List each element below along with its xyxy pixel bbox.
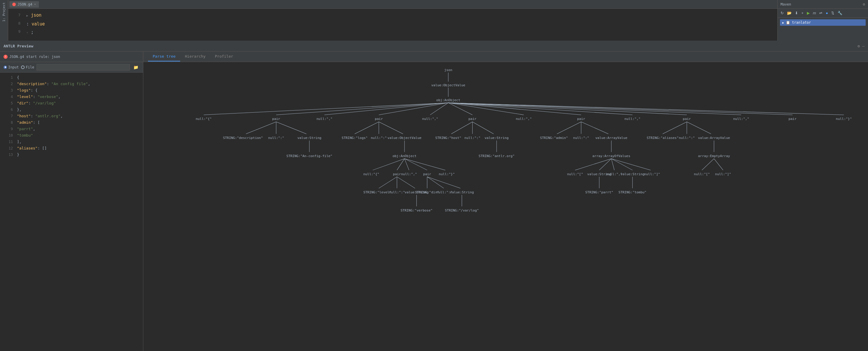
code-editor[interactable]: 1 { 2 "description": "An config file", 3… — [0, 72, 143, 351]
editor-main: JSON.g4 × 7 8 9 ▶ json : valu — [8, 0, 777, 41]
svg-line-102 — [427, 177, 444, 188]
svg-text:json: json — [444, 68, 452, 72]
ln-6: 6 — [2, 106, 13, 113]
maven-panel: Maven ⚙ ↻ 📂 ⬇ + ▶ m ⇌ ● ⇅ 🔧 ▶ 📋 tranlato… — [777, 0, 868, 41]
svg-text:pair: pair — [393, 172, 401, 176]
svg-text:null:"[": null:"[" — [694, 172, 710, 176]
line-numbers-top: 7 8 9 — [8, 9, 23, 41]
code-text-2: "description": "An config file", — [17, 81, 90, 87]
code-line-13: 13 } — [0, 152, 143, 158]
code-line-7b: 7 "host": "antlr.org", — [0, 113, 143, 119]
maven-tree-item[interactable]: ▶ 📋 tranlator — [780, 19, 866, 26]
editor-tab-bar: JSON.g4 × — [8, 0, 777, 9]
ln-2: 2 — [2, 81, 13, 87]
input-radio-label[interactable]: Input — [3, 65, 19, 69]
tab-hierarchy[interactable]: Hierarchy — [180, 52, 210, 61]
start-rule-error-icon: ! — [3, 55, 8, 59]
svg-text:STRING:"parrt": STRING:"parrt" — [585, 190, 613, 194]
svg-text:value:ObjectValue: value:ObjectValue — [388, 136, 422, 140]
start-rule-label: JSON.g4 start rule: json — [9, 55, 60, 59]
maven-folder-btn[interactable]: 📂 — [786, 10, 793, 16]
maven-gear-icon[interactable]: ⚙ — [863, 2, 865, 6]
code-text-12: "aliases": [] — [17, 145, 47, 152]
ln-11: 11 — [2, 139, 13, 145]
svg-text:value:ObjectValue: value:ObjectValue — [431, 83, 465, 87]
code-line-6: 6 }, — [0, 106, 143, 113]
code-line-4: 4 "level": "verbose", — [0, 94, 143, 100]
svg-line-103 — [427, 177, 461, 188]
maven-add-btn[interactable]: + — [800, 10, 805, 16]
ln-4: 4 — [2, 94, 13, 100]
svg-line-15 — [448, 103, 741, 115]
maven-toolbar: ↻ 📂 ⬇ + ▶ m ⇌ ● ⇅ 🔧 — [778, 9, 868, 18]
code-text-1: { — [17, 74, 19, 81]
file-path-input[interactable] — [36, 64, 130, 70]
svg-text:STRING:"tombu": STRING:"tombu" — [619, 190, 647, 194]
svg-text:null:",": null:"," — [733, 117, 749, 121]
editor-content: 7 8 9 ▶ json : value ▿ ; — [8, 9, 777, 41]
project-label[interactable]: 1: Project — [1, 0, 6, 24]
maven-sync-btn[interactable]: ⇌ — [818, 10, 824, 16]
svg-line-7 — [324, 103, 448, 115]
maven-circle-btn[interactable]: ● — [825, 10, 829, 16]
tab-profiler[interactable]: Profiler — [210, 52, 238, 61]
svg-line-91 — [702, 159, 714, 170]
folder-browse-btn[interactable]: 📁 — [132, 65, 140, 70]
code-line-7: ▶ json — [26, 11, 774, 20]
code-line-9b: 9 "parrt", — [0, 126, 143, 132]
code-text-6: }, — [17, 106, 22, 113]
parse-tree-area[interactable]: .pt-node { font-size:11px; fill:#a9b7c6;… — [143, 62, 868, 351]
maven-project-icon: 📋 — [786, 21, 790, 25]
svg-text:null:":": null:":" — [371, 136, 387, 140]
svg-text:null:",": null:"," — [316, 117, 333, 121]
antlr-header: ANTLR Preview ⚙ – — [0, 41, 868, 52]
antlr-title: ANTLR Preview — [3, 44, 33, 48]
code-area-top[interactable]: ▶ json : value ▿ ; — [23, 9, 777, 41]
svg-text:pair: pair — [375, 117, 383, 121]
svg-text:STRING:"description": STRING:"description" — [223, 136, 263, 140]
maven-title: Maven — [780, 2, 791, 6]
svg-line-74 — [404, 159, 427, 170]
maven-refresh-btn[interactable]: ↻ — [779, 10, 785, 16]
antlr-minimize-icon[interactable]: – — [862, 44, 865, 48]
svg-line-51 — [581, 122, 608, 134]
tabs-bar: Parse tree Hierarchy Profiler — [143, 52, 868, 62]
code-line-8b: 8 "admin": [ — [0, 119, 143, 126]
svg-text:array:ArrayOfValues: array:ArrayOfValues — [592, 154, 630, 158]
svg-text:STRING:"logs": STRING:"logs" — [342, 136, 368, 140]
maven-run-btn[interactable]: ▶ — [806, 10, 811, 16]
bracket-icon-7: ▶ — [26, 14, 28, 18]
editor-tab-close[interactable]: × — [34, 2, 36, 6]
svg-line-84 — [611, 159, 632, 170]
svg-text:value:ArrayValue: value:ArrayValue — [595, 136, 627, 140]
file-radio-label[interactable]: File — [21, 65, 34, 69]
svg-text:null:"]": null:"]" — [644, 172, 660, 176]
svg-text:STRING:"An-config-file": STRING:"An-config-file" — [286, 154, 332, 158]
svg-text:STRING:"admin": STRING:"admin" — [540, 136, 568, 140]
svg-line-49 — [557, 122, 581, 134]
maven-tree-item-label: tranlator — [792, 21, 811, 25]
code-line-9: ▿ ; — [26, 28, 774, 37]
svg-line-95 — [379, 177, 397, 188]
right-panel: Parse tree Hierarchy Profiler .pt-node { — [143, 52, 868, 351]
svg-text:null:":": null:":" — [464, 136, 480, 140]
input-controls: Input File 📁 — [0, 62, 143, 72]
svg-line-81 — [575, 159, 611, 170]
svg-line-37 — [355, 122, 379, 134]
code-line-11: 11 ], — [0, 139, 143, 145]
maven-wrench-btn[interactable]: 🔧 — [836, 10, 843, 16]
tab-parse-tree[interactable]: Parse tree — [148, 52, 180, 61]
svg-text:null:"}": null:"}" — [836, 117, 852, 121]
maven-sort-btn[interactable]: ⇅ — [830, 10, 836, 16]
svg-line-17 — [448, 103, 844, 115]
input-radio-btn[interactable] — [3, 66, 7, 69]
code-line-1: 1 { — [0, 74, 143, 81]
editor-tab[interactable]: JSON.g4 × — [9, 1, 39, 8]
file-radio-btn[interactable] — [21, 66, 25, 69]
ln-7: 7 — [2, 113, 13, 119]
svg-line-13 — [448, 103, 632, 115]
antlr-gear-icon[interactable]: ⚙ — [858, 44, 860, 48]
maven-download-btn[interactable]: ⬇ — [794, 10, 799, 16]
antlr-main: ! JSON.g4 start rule: json Input File — [0, 52, 868, 351]
maven-m-btn[interactable]: m — [812, 10, 817, 16]
